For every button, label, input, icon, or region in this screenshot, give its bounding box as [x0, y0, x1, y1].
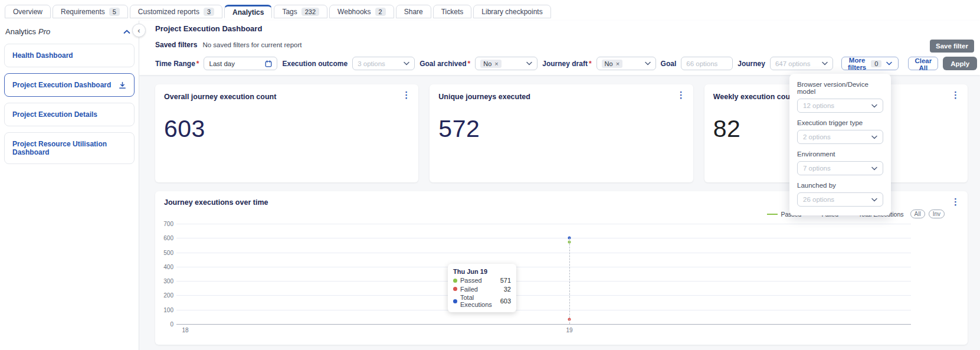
tooltip-row-failed: Failed 32	[453, 286, 511, 293]
sidebar-item-health-dashboard[interactable]: Health Dashboard	[4, 44, 135, 67]
time-range-select[interactable]: Last day	[204, 57, 277, 70]
sidebar-item-project-execution-details[interactable]: Project Execution Details	[4, 103, 135, 126]
chip-remove-icon[interactable]: ×	[494, 60, 498, 67]
tooltip-series-name: Total Executions	[460, 294, 500, 308]
select-placeholder: 26 options	[803, 196, 834, 203]
time-range-label: Time Range*	[155, 60, 199, 68]
tab-label: Webhooks	[337, 8, 371, 16]
sidebar-collapse-button[interactable]: ‹	[132, 24, 146, 37]
filters-header: Project Execution Dashboard Save filter …	[139, 21, 980, 75]
journey-draft-select[interactable]: No×	[596, 57, 656, 70]
chip-remove-icon[interactable]: ×	[616, 60, 620, 67]
time-range-value: Last day	[209, 60, 234, 67]
plot-area: Thu Jun 19 Passed 571 Failed 32	[176, 224, 911, 324]
y-tick-label: 300	[158, 278, 173, 284]
environment-select[interactable]: 7 options	[797, 161, 883, 175]
goal-label: Goal	[661, 60, 677, 68]
sidebar-item-label: Project Execution Dashboard	[12, 81, 111, 89]
y-tick-label: 200	[158, 292, 173, 299]
clear-all-button[interactable]: Clear All	[908, 57, 938, 70]
metric-value: 572	[438, 115, 684, 143]
tab-label: Tags	[282, 8, 297, 16]
metric-card-title: Overall journey execution count	[164, 93, 409, 101]
gridline	[176, 253, 911, 253]
kebab-menu-icon[interactable]: ⋮	[951, 197, 960, 206]
tooltip-series-name: Failed	[460, 286, 478, 293]
tab-label: Share	[404, 8, 423, 16]
goal-archived-select[interactable]: No×	[475, 57, 537, 70]
kebab-menu-icon[interactable]: ⋮	[402, 90, 411, 99]
gridline	[176, 267, 911, 267]
journey-label: Journey	[738, 60, 765, 68]
chevron-down-icon	[404, 61, 409, 66]
legend-line-swatch	[767, 214, 778, 215]
kebab-menu-icon[interactable]: ⋮	[677, 90, 686, 99]
tab-count-badge: 3	[204, 8, 214, 16]
required-asterisk: *	[468, 60, 471, 68]
series-dot-icon	[453, 299, 457, 303]
panel-field-label: Launched by	[797, 182, 883, 189]
y-tick-label: 700	[158, 221, 173, 227]
panel-field-label: Browser version/Device model	[797, 81, 883, 95]
journey-placeholder: 647 options	[775, 60, 810, 67]
panel-field-browser-version: Browser version/Device model 12 options	[797, 81, 883, 113]
journey-select[interactable]: 647 options	[770, 57, 833, 70]
sidebar-item-label: Project Resource Utilisation Dashboard	[12, 140, 126, 156]
hover-guide-line	[569, 238, 570, 324]
execution-outcome-select[interactable]: 3 options	[352, 57, 415, 70]
execution-trigger-type-select[interactable]: 2 options	[797, 130, 883, 144]
select-placeholder: 12 options	[803, 102, 834, 109]
panel-field-launched-by: Launched by 26 options	[797, 182, 883, 207]
tab-share[interactable]: Share	[396, 5, 431, 18]
series-dot-icon	[453, 287, 457, 291]
saved-filters-status: No saved filters for current report	[202, 41, 301, 48]
tab-label: Overview	[13, 8, 42, 16]
tab-library-checkpoints[interactable]: Library checkpoints	[473, 5, 550, 18]
browser-version-select[interactable]: 12 options	[797, 99, 883, 113]
gridline	[176, 295, 911, 296]
launched-by-select[interactable]: 26 options	[797, 192, 883, 207]
more-filters-panel: Browser version/Device model 12 options …	[789, 74, 891, 215]
tab-tickets[interactable]: Tickets	[433, 5, 472, 18]
filter-bar: Time Range* Last day Execution outcome 3…	[155, 57, 974, 70]
sidebar-item-project-execution-dashboard[interactable]: Project Execution Dashboard	[4, 73, 135, 97]
y-tick-label: 500	[158, 249, 173, 256]
download-icon[interactable]	[119, 81, 126, 89]
x-tick-label: 18	[182, 327, 188, 333]
x-tick-label: 19	[566, 327, 573, 333]
tooltip-series-value: 571	[500, 277, 511, 284]
saved-filters-row: Saved filters No saved filters for curre…	[155, 41, 980, 49]
chevron-down-icon	[871, 166, 877, 171]
tab-overview[interactable]: Overview	[5, 5, 51, 18]
apply-button[interactable]: Apply	[943, 57, 977, 70]
sidebar-item-label: Health Dashboard	[12, 51, 73, 60]
tab-analytics[interactable]: Analytics	[224, 5, 272, 18]
legend-inv-button[interactable]: Inv	[929, 210, 945, 218]
kebab-menu-icon[interactable]: ⋮	[951, 90, 960, 99]
tab-count-badge: 2	[375, 8, 386, 16]
goal-select[interactable]: 66 options	[681, 57, 733, 70]
legend-all-button[interactable]: All	[910, 210, 925, 218]
tab-customized-reports[interactable]: Customized reports3	[130, 5, 222, 18]
gridline	[176, 238, 911, 238]
more-filters-button[interactable]: More filters 0	[841, 57, 899, 70]
required-asterisk: *	[196, 60, 199, 68]
chevron-down-icon	[645, 61, 651, 66]
y-tick-label: 400	[158, 263, 173, 270]
execution-outcome-placeholder: 3 options	[358, 60, 385, 67]
tab-requirements[interactable]: Requirements5	[53, 5, 128, 18]
panel-field-label: Execution trigger type	[797, 119, 883, 126]
save-filter-button[interactable]: Save filter	[930, 40, 974, 53]
saved-filters-label: Saved filters	[155, 41, 197, 49]
tooltip-series-name: Passed	[460, 277, 482, 284]
sidebar-item-project-resource-utilisation-dashboard[interactable]: Project Resource Utilisation Dashboard	[4, 132, 135, 164]
tooltip-row-total-executions: Total Executions 603	[453, 294, 511, 308]
chevron-up-icon[interactable]	[123, 30, 130, 34]
panel-field-label: Environment	[797, 151, 883, 158]
tab-webhooks[interactable]: Webhooks2	[329, 5, 394, 18]
tab-tags[interactable]: Tags232	[274, 5, 327, 18]
gridline	[176, 224, 911, 224]
select-placeholder: 2 options	[803, 133, 831, 140]
analytics-sidebar: Analytics Pro Health Dashboard Project E…	[0, 21, 139, 350]
sidebar-header: Analytics Pro	[0, 23, 139, 40]
